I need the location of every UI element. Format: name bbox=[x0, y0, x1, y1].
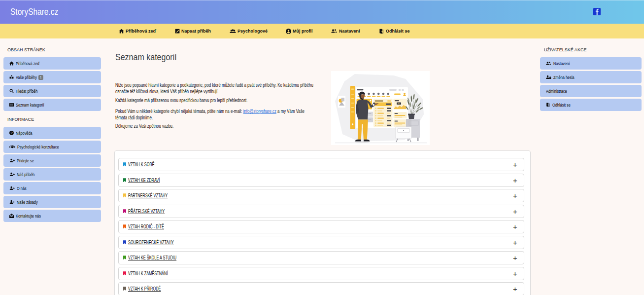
svg-text:?: ? bbox=[10, 131, 12, 135]
